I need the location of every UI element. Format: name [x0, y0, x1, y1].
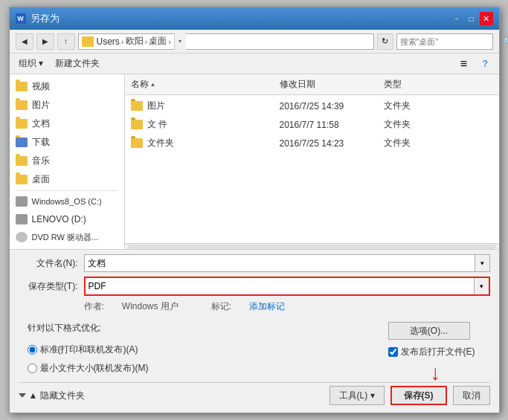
right-options: 选项(O)... 发布后打开文件(E)	[388, 322, 490, 358]
file-date-0: 2016/7/25 14:39	[274, 101, 378, 112]
breadcrumb: Users › 欧阳 › 桌面 ›	[97, 35, 171, 48]
minimize-button[interactable]: －	[450, 12, 463, 25]
file-toolbar: 组织 ▾ 新建文件夹 ≡ ?	[10, 54, 499, 74]
search-icon: 🔍	[503, 36, 509, 47]
sidebar: 视频 图片 文档 下载 音乐 桌面	[10, 74, 125, 249]
sidebar-item-desktop[interactable]: 桌面	[10, 170, 124, 189]
publish-label: 发布后打开文件(E)	[401, 346, 475, 358]
radio-standard-input[interactable]	[28, 345, 37, 355]
col-header-name[interactable]: 名称 ▲	[125, 77, 274, 92]
filename-label: 文件名(N):	[19, 257, 78, 270]
sidebar-item-c-drive[interactable]: Windows8_OS (C:)	[10, 193, 124, 210]
optimize-label: 针对以下格式优化:	[28, 322, 149, 335]
horizontal-scrollbar[interactable]	[125, 243, 499, 249]
col-header-type[interactable]: 类型	[378, 77, 437, 92]
sidebar-item-dvd-drive[interactable]: DVD RW 驱动器...	[10, 228, 124, 246]
file-type-2: 文件夹	[378, 137, 437, 149]
arrow-indicator: ↓	[425, 362, 447, 384]
tools-button[interactable]: 工具(L) ▾	[329, 386, 385, 405]
folder-icon-0	[131, 101, 143, 111]
address-folder-icon	[82, 36, 94, 47]
file-name-0: 图片	[125, 100, 274, 112]
breadcrumb-desktop[interactable]: 桌面	[149, 35, 167, 48]
file-item-1[interactable]: 文 件 2016/7/7 11:58 文件夹	[125, 115, 499, 134]
title-bar-text: 另存为	[30, 12, 60, 25]
breadcrumb-ouyang[interactable]: 欧阳	[126, 35, 144, 48]
search-input[interactable]	[400, 37, 503, 46]
file-item-2[interactable]: 文件夹 2016/7/25 14:23 文件夹	[125, 134, 499, 152]
forward-button[interactable]: ▶	[36, 33, 54, 50]
file-name-1: 文 件	[125, 118, 274, 131]
sidebar-item-downloads[interactable]: 下载	[10, 133, 124, 152]
organize-button[interactable]: 组织 ▾	[16, 56, 46, 71]
content-area: 名称 ▲ 修改日期 类型 图片 2016/7/25 14:39	[125, 74, 499, 249]
help-button[interactable]: ?	[478, 56, 493, 71]
folder-icon	[16, 174, 28, 186]
breadcrumb-users[interactable]: Users	[97, 36, 120, 47]
filetype-row: 保存类型(T): ▾	[19, 277, 490, 296]
breadcrumb-sep2: ›	[145, 37, 148, 46]
folder-icon	[16, 118, 28, 130]
file-date-1: 2016/7/7 11:58	[274, 120, 378, 130]
hide-folders-label: ▲ 隐藏文件夹	[29, 390, 85, 402]
file-list: 图片 2016/7/25 14:39 文件夹 文 件 2016/7/7 11:5…	[125, 95, 499, 243]
red-arrow-icon: ↓	[431, 363, 441, 384]
author-label: 作者:	[84, 300, 104, 313]
file-name-2: 文件夹	[125, 137, 274, 149]
maximize-button[interactable]: □	[465, 12, 478, 25]
save-button[interactable]: 保存(S)	[390, 386, 447, 405]
refresh-button[interactable]: ↻	[377, 33, 393, 50]
folder-icon-blue	[16, 137, 28, 149]
filename-dropdown[interactable]: ▾	[475, 255, 489, 271]
radio-minimum-label: 最小文件大小(联机发布)(M)	[40, 362, 149, 375]
radio-group: 针对以下格式优化: 标准(打印和联机发布)(A) 最小文件大小(联机发布)(M)	[19, 322, 149, 375]
radio-minimum-input[interactable]	[28, 364, 37, 373]
file-type-1: 文件夹	[378, 118, 437, 131]
save-btn-container: ↓ 保存(S)	[390, 386, 447, 405]
address-dropdown[interactable]: ▾	[174, 33, 186, 50]
title-bar: W 另存为 － □ ✕	[10, 7, 499, 30]
filename-row: 文件名(N): ▾	[19, 254, 490, 272]
publish-checkbox[interactable]	[388, 347, 398, 357]
filetype-dropdown[interactable]: ▾	[474, 278, 489, 294]
bottom-area: 文件名(N): ▾ 保存类型(T): ▾ 作者: Windows 用户 标记: …	[10, 249, 499, 413]
footer-buttons: 工具(L) ▾ ↓ 保存(S) 取消	[329, 386, 490, 405]
sidebar-item-pictures[interactable]: 图片	[10, 96, 124, 114]
scrollbar-track[interactable]	[128, 245, 496, 249]
address-bar[interactable]: Users › 欧阳 › 桌面 › ▾	[78, 33, 374, 50]
cancel-button[interactable]: 取消	[453, 386, 490, 405]
tags-value[interactable]: 添加标记	[249, 300, 285, 313]
breadcrumb-sep1: ›	[121, 37, 124, 46]
footer-row: ▲ 隐藏文件夹 工具(L) ▾ ↓ 保存(S) 取消	[19, 382, 490, 408]
file-date-2: 2016/7/25 14:23	[274, 138, 378, 149]
word-icon: W	[16, 13, 26, 24]
view-button[interactable]: ≡	[456, 56, 472, 71]
file-item-0[interactable]: 图片 2016/7/25 14:39 文件夹	[125, 97, 499, 115]
back-button[interactable]: ◀	[16, 33, 33, 50]
close-button[interactable]: ✕	[480, 12, 493, 25]
up-button[interactable]: ↑	[57, 33, 75, 50]
publish-checkbox-row[interactable]: 发布后打开文件(E)	[388, 346, 475, 358]
filename-input[interactable]	[85, 255, 475, 271]
sidebar-separator	[16, 190, 118, 191]
search-box[interactable]: 🔍	[396, 33, 493, 50]
new-folder-button[interactable]: 新建文件夹	[52, 56, 103, 71]
navigation-toolbar: ◀ ▶ ↑ Users › 欧阳 › 桌面 › ▾ ↻ 🔍	[10, 30, 499, 54]
filetype-label: 保存类型(T):	[19, 280, 78, 293]
radio-standard[interactable]: 标准(打印和联机发布)(A)	[28, 343, 149, 356]
radio-minimum[interactable]: 最小文件大小(联机发布)(M)	[28, 362, 149, 375]
sidebar-item-d-drive[interactable]: LENOVO (D:)	[10, 210, 124, 228]
tags-label: 标记:	[211, 300, 231, 313]
filetype-input[interactable]	[86, 278, 474, 294]
triangle-icon	[19, 393, 26, 398]
hide-folders-button[interactable]: ▲ 隐藏文件夹	[19, 390, 85, 402]
sidebar-item-music[interactable]: 音乐	[10, 152, 124, 170]
sidebar-item-videos[interactable]: 视频	[10, 77, 124, 96]
col-header-date[interactable]: 修改日期	[274, 77, 378, 92]
sidebar-item-docs[interactable]: 文档	[10, 114, 124, 133]
filename-input-wrap[interactable]: ▾	[84, 254, 490, 272]
author-value: Windows 用户	[122, 300, 179, 313]
filetype-input-wrap[interactable]: ▾	[84, 277, 490, 296]
options-button[interactable]: 选项(O)...	[388, 322, 470, 340]
disk-icon	[16, 196, 28, 207]
